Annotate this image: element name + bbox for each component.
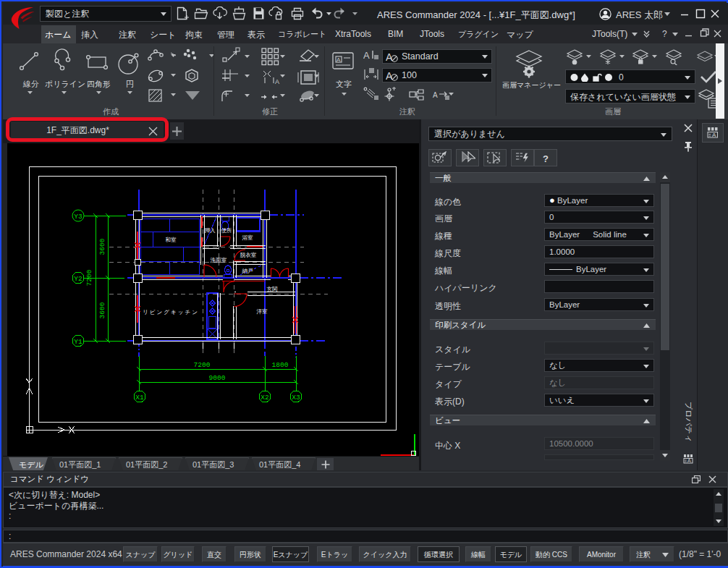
svg-text:A: A [712, 132, 716, 138]
svg-text:Y3: Y3 [74, 213, 82, 221]
svg-text:A: A [687, 458, 691, 463]
svg-text:押入: 押入 [204, 227, 216, 234]
svg-text:玄関: 玄関 [266, 286, 277, 292]
svg-text:浴室: 浴室 [242, 234, 253, 241]
svg-text:脱衣室: 脱衣室 [240, 252, 257, 258]
svg-text:洗面室: 洗面室 [211, 257, 227, 263]
svg-text:Y1: Y1 [74, 338, 82, 346]
svg-text:1800: 1800 [272, 361, 289, 369]
svg-text:Y2: Y2 [74, 275, 82, 283]
svg-text:X2: X2 [261, 394, 269, 402]
svg-text:納戸: 納戸 [242, 268, 253, 274]
svg-text:和室: 和室 [165, 237, 177, 243]
svg-text:リビングキッチン: リビングキッチン [143, 309, 199, 315]
svg-text:A: A [337, 56, 341, 63]
svg-text:X1: X1 [135, 394, 144, 402]
svg-text:便所: 便所 [221, 227, 232, 234]
svg-text:3600: 3600 [98, 302, 106, 318]
svg-text:9000: 9000 [209, 374, 226, 382]
svg-text:7200: 7200 [85, 269, 93, 286]
svg-text:A: A [275, 78, 279, 85]
svg-text:3600: 3600 [98, 238, 106, 255]
svg-text:7200: 7200 [194, 361, 211, 369]
svg-text:A: A [363, 50, 370, 61]
svg-text:X3: X3 [292, 394, 300, 402]
svg-text:洋室: 洋室 [256, 308, 268, 315]
svg-text:A: A [433, 91, 438, 99]
